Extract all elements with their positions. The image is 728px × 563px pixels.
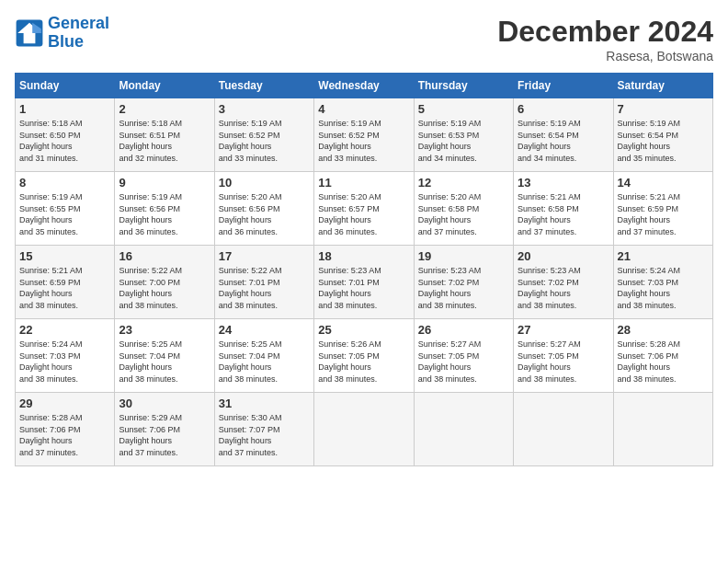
day-number: 21 [618,249,709,263]
day-info: Sunrise: 5:23 AM Sunset: 7:01 PM Dayligh… [318,265,409,311]
day-info: Sunrise: 5:19 AM Sunset: 6:54 PM Dayligh… [518,118,609,164]
calendar-cell: 24 Sunrise: 5:25 AM Sunset: 7:04 PM Dayl… [214,319,313,393]
calendar-cell: 2 Sunrise: 5:18 AM Sunset: 6:51 PM Dayli… [115,98,214,172]
col-wednesday: Wednesday [314,74,414,98]
day-number: 5 [418,102,509,116]
calendar-cell: 31 Sunrise: 5:30 AM Sunset: 7:07 PM Dayl… [214,393,313,466]
day-number: 29 [19,396,110,410]
day-info: Sunrise: 5:21 AM Sunset: 6:59 PM Dayligh… [618,191,709,237]
day-info: Sunrise: 5:23 AM Sunset: 7:02 PM Dayligh… [418,265,509,311]
day-info: Sunrise: 5:19 AM Sunset: 6:56 PM Dayligh… [119,191,210,237]
day-info: Sunrise: 5:21 AM Sunset: 6:58 PM Dayligh… [518,191,609,237]
month-title: December 2024 [497,15,713,49]
calendar-cell: 29 Sunrise: 5:28 AM Sunset: 7:06 PM Dayl… [16,393,115,466]
calendar-cell: 22 Sunrise: 5:24 AM Sunset: 7:03 PM Dayl… [16,319,115,393]
day-number: 23 [119,323,210,337]
day-info: Sunrise: 5:25 AM Sunset: 7:04 PM Dayligh… [219,339,310,385]
page-header: General Blue December 2024 Rasesa, Botsw… [15,15,713,63]
col-friday: Friday [514,74,613,98]
day-number: 22 [19,323,110,337]
logo: General Blue [15,15,109,52]
day-number: 15 [19,249,110,263]
day-number: 31 [219,396,310,410]
calendar-cell: 28 Sunrise: 5:28 AM Sunset: 7:06 PM Dayl… [613,319,712,393]
calendar-week-3: 15 Sunrise: 5:21 AM Sunset: 6:59 PM Dayl… [16,246,713,319]
calendar-cell: 10 Sunrise: 5:20 AM Sunset: 6:56 PM Dayl… [214,172,313,246]
day-info: Sunrise: 5:27 AM Sunset: 7:05 PM Dayligh… [518,339,609,385]
calendar-cell: 8 Sunrise: 5:19 AM Sunset: 6:55 PM Dayli… [16,172,115,246]
calendar-cell: 18 Sunrise: 5:23 AM Sunset: 7:01 PM Dayl… [314,246,414,319]
day-number: 11 [318,176,409,190]
calendar-cell [314,393,414,466]
day-number: 19 [418,249,509,263]
day-number: 10 [219,176,310,190]
day-number: 16 [119,249,210,263]
header-row: Sunday Monday Tuesday Wednesday Thursday… [16,74,713,98]
calendar-cell: 30 Sunrise: 5:29 AM Sunset: 7:06 PM Dayl… [115,393,214,466]
calendar-week-4: 22 Sunrise: 5:24 AM Sunset: 7:03 PM Dayl… [16,319,713,393]
day-info: Sunrise: 5:19 AM Sunset: 6:54 PM Dayligh… [618,118,709,164]
calendar-cell: 12 Sunrise: 5:20 AM Sunset: 6:58 PM Dayl… [414,172,513,246]
day-info: Sunrise: 5:18 AM Sunset: 6:51 PM Dayligh… [119,118,210,164]
day-info: Sunrise: 5:18 AM Sunset: 6:50 PM Dayligh… [19,118,110,164]
calendar-cell: 17 Sunrise: 5:22 AM Sunset: 7:01 PM Dayl… [214,246,313,319]
calendar-cell [414,393,513,466]
calendar-cell: 14 Sunrise: 5:21 AM Sunset: 6:59 PM Dayl… [613,172,712,246]
day-info: Sunrise: 5:21 AM Sunset: 6:59 PM Dayligh… [19,265,110,311]
day-info: Sunrise: 5:20 AM Sunset: 6:58 PM Dayligh… [418,191,509,237]
day-info: Sunrise: 5:29 AM Sunset: 7:06 PM Dayligh… [119,412,210,458]
day-info: Sunrise: 5:24 AM Sunset: 7:03 PM Dayligh… [19,339,110,385]
calendar-cell: 20 Sunrise: 5:23 AM Sunset: 7:02 PM Dayl… [514,246,613,319]
calendar-cell: 27 Sunrise: 5:27 AM Sunset: 7:05 PM Dayl… [514,319,613,393]
day-info: Sunrise: 5:24 AM Sunset: 7:03 PM Dayligh… [618,265,709,311]
day-info: Sunrise: 5:20 AM Sunset: 6:56 PM Dayligh… [219,191,310,237]
calendar-header: Sunday Monday Tuesday Wednesday Thursday… [16,74,713,98]
location: Rasesa, Botswana [497,49,713,63]
day-number: 28 [618,323,709,337]
calendar-cell: 25 Sunrise: 5:26 AM Sunset: 7:05 PM Dayl… [314,319,414,393]
calendar-week-2: 8 Sunrise: 5:19 AM Sunset: 6:55 PM Dayli… [16,172,713,246]
logo-text: General Blue [48,15,109,52]
calendar-cell: 7 Sunrise: 5:19 AM Sunset: 6:54 PM Dayli… [613,98,712,172]
calendar-cell: 13 Sunrise: 5:21 AM Sunset: 6:58 PM Dayl… [514,172,613,246]
title-block: December 2024 Rasesa, Botswana [497,15,713,63]
calendar-cell: 6 Sunrise: 5:19 AM Sunset: 6:54 PM Dayli… [514,98,613,172]
day-number: 3 [219,102,310,116]
day-info: Sunrise: 5:28 AM Sunset: 7:06 PM Dayligh… [19,412,110,458]
calendar-cell: 5 Sunrise: 5:19 AM Sunset: 6:53 PM Dayli… [414,98,513,172]
col-thursday: Thursday [414,74,513,98]
day-number: 8 [19,176,110,190]
calendar-table: Sunday Monday Tuesday Wednesday Thursday… [15,73,713,466]
calendar-cell: 1 Sunrise: 5:18 AM Sunset: 6:50 PM Dayli… [16,98,115,172]
col-sunday: Sunday [16,74,115,98]
logo-icon [15,18,44,48]
day-number: 14 [618,176,709,190]
day-info: Sunrise: 5:28 AM Sunset: 7:06 PM Dayligh… [618,339,709,385]
day-number: 9 [119,176,210,190]
logo-line2: Blue [48,32,84,51]
day-number: 18 [318,249,409,263]
day-number: 12 [418,176,509,190]
col-saturday: Saturday [613,74,712,98]
calendar-cell: 4 Sunrise: 5:19 AM Sunset: 6:52 PM Dayli… [314,98,414,172]
day-number: 2 [119,102,210,116]
day-info: Sunrise: 5:19 AM Sunset: 6:55 PM Dayligh… [19,191,110,237]
calendar-body: 1 Sunrise: 5:18 AM Sunset: 6:50 PM Dayli… [16,98,713,466]
col-monday: Monday [115,74,214,98]
day-info: Sunrise: 5:20 AM Sunset: 6:57 PM Dayligh… [318,191,409,237]
day-info: Sunrise: 5:30 AM Sunset: 7:07 PM Dayligh… [219,412,310,458]
calendar-cell: 23 Sunrise: 5:25 AM Sunset: 7:04 PM Dayl… [115,319,214,393]
logo-line1: General [48,14,109,32]
day-number: 6 [518,102,609,116]
calendar-cell: 11 Sunrise: 5:20 AM Sunset: 6:57 PM Dayl… [314,172,414,246]
calendar-week-1: 1 Sunrise: 5:18 AM Sunset: 6:50 PM Dayli… [16,98,713,172]
day-number: 4 [318,102,409,116]
col-tuesday: Tuesday [214,74,313,98]
day-number: 25 [318,323,409,337]
calendar-cell: 21 Sunrise: 5:24 AM Sunset: 7:03 PM Dayl… [613,246,712,319]
day-info: Sunrise: 5:27 AM Sunset: 7:05 PM Dayligh… [418,339,509,385]
calendar-cell: 19 Sunrise: 5:23 AM Sunset: 7:02 PM Dayl… [414,246,513,319]
day-info: Sunrise: 5:22 AM Sunset: 7:00 PM Dayligh… [119,265,210,311]
day-number: 17 [219,249,310,263]
calendar-cell: 15 Sunrise: 5:21 AM Sunset: 6:59 PM Dayl… [16,246,115,319]
